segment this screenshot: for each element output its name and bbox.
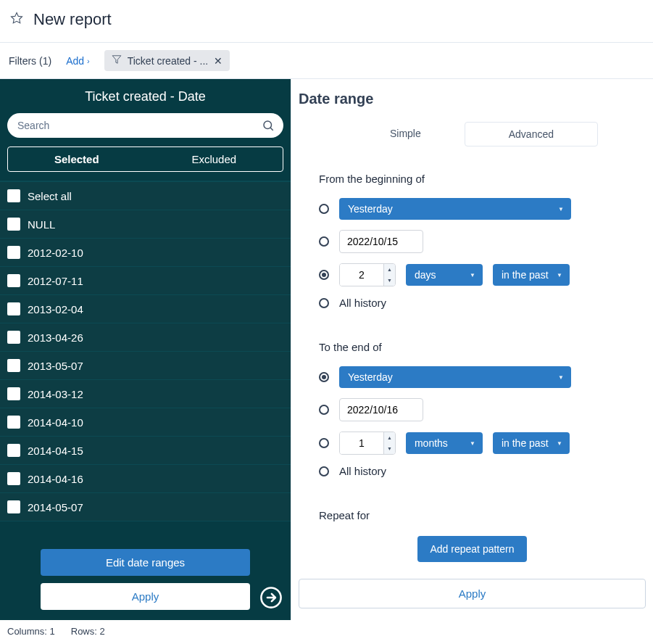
from-option-relative[interactable]: ▲ ▼ days ▼ in the past ▼: [299, 263, 646, 286]
add-filter-label: Add: [66, 55, 84, 67]
from-yesterday-select[interactable]: Yesterday ▼: [339, 198, 571, 220]
from-number-input[interactable]: [340, 264, 383, 286]
select-label: Yesterday: [348, 203, 393, 215]
filter-chip-ticket-created[interactable]: Ticket created - ... ✕: [104, 50, 230, 71]
list-item[interactable]: 2014-03-12: [0, 380, 291, 408]
list-item[interactable]: 2012-02-10: [0, 239, 291, 267]
tab-simple[interactable]: Simple: [346, 122, 465, 146]
to-option-date[interactable]: [299, 398, 646, 421]
svg-point-2: [264, 121, 272, 129]
radio[interactable]: [319, 466, 329, 476]
select-label: in the past: [502, 437, 549, 449]
to-option-relative[interactable]: ▲ ▼ months ▼ in the past ▼: [299, 432, 646, 455]
list-item[interactable]: 2014-04-16: [0, 465, 291, 493]
add-filter-link[interactable]: Add ›: [66, 55, 90, 67]
list-item-label: 2013-04-26: [28, 331, 83, 344]
list-item[interactable]: 2012-07-11: [0, 267, 291, 295]
list-item[interactable]: 2014-04-10: [0, 408, 291, 437]
radio[interactable]: [319, 438, 329, 448]
radio[interactable]: [319, 405, 329, 415]
to-yesterday-select[interactable]: Yesterday ▼: [339, 366, 571, 388]
to-number-stepper[interactable]: ▲ ▼: [339, 432, 396, 455]
stepper-up-icon[interactable]: ▲: [384, 432, 395, 443]
header: New report: [0, 0, 653, 42]
checkbox[interactable]: [7, 359, 20, 372]
list-item[interactable]: NULL: [0, 210, 291, 239]
checkbox[interactable]: [7, 302, 20, 315]
checkbox[interactable]: [7, 331, 20, 344]
checkbox[interactable]: [7, 218, 20, 231]
from-number-stepper[interactable]: ▲ ▼: [339, 263, 396, 286]
to-direction-select[interactable]: in the past ▼: [493, 432, 570, 454]
checkbox[interactable]: [7, 274, 20, 287]
date-range-panel: Date range Simple Advanced From the begi…: [291, 79, 653, 620]
edit-date-ranges-button[interactable]: Edit date ranges: [41, 549, 250, 576]
from-unit-select[interactable]: days ▼: [406, 264, 483, 286]
select-label: Yesterday: [348, 371, 393, 383]
main-apply-button[interactable]: Apply: [299, 579, 646, 608]
list-item-label: 2014-04-15: [28, 445, 83, 457]
to-label: To the end of: [299, 341, 646, 353]
from-option-all-history[interactable]: All history: [299, 297, 646, 309]
list-item[interactable]: 2014-04-15: [0, 437, 291, 465]
caret-down-icon: ▼: [557, 272, 562, 278]
list-item-label: NULL: [28, 218, 55, 231]
radio[interactable]: [319, 270, 329, 280]
from-date-input[interactable]: [339, 230, 423, 253]
tab-selected[interactable]: Selected: [8, 147, 146, 171]
status-bar: Columns: 1 Rows: 2: [0, 620, 653, 643]
radio[interactable]: [319, 204, 329, 214]
filters-label: Filters (1): [9, 55, 51, 67]
stepper-down-icon[interactable]: ▼: [384, 275, 395, 286]
list-item-label: 2012-07-11: [28, 275, 83, 287]
option-label: All history: [339, 465, 386, 477]
repeat-label: Repeat for: [299, 509, 646, 521]
to-option-yesterday[interactable]: Yesterday ▼: [299, 366, 646, 388]
radio[interactable]: [319, 298, 329, 308]
search-input[interactable]: [7, 113, 283, 138]
list-item[interactable]: 2013-02-04: [0, 295, 291, 323]
checkbox[interactable]: [7, 444, 20, 457]
to-number-input[interactable]: [340, 432, 383, 454]
arrow-right-circle-icon[interactable]: [259, 585, 283, 610]
list-item-label: 2014-04-10: [28, 416, 83, 429]
stepper-down-icon[interactable]: ▼: [384, 443, 395, 454]
close-icon[interactable]: ✕: [214, 55, 222, 67]
sidebar-tabs: Selected Excluded: [7, 146, 283, 172]
svg-marker-0: [12, 13, 22, 23]
to-option-all-history[interactable]: All history: [299, 465, 646, 477]
caret-down-icon: ▼: [470, 440, 475, 447]
list-item[interactable]: 2013-05-07: [0, 352, 291, 380]
checkbox[interactable]: [7, 387, 20, 400]
page-title: New report: [33, 10, 112, 29]
radio[interactable]: [319, 372, 329, 382]
radio[interactable]: [319, 236, 329, 247]
sidebar-apply-button[interactable]: Apply: [41, 583, 250, 610]
select-label: in the past: [502, 269, 549, 281]
list-item[interactable]: 2013-04-26: [0, 323, 291, 352]
checkbox[interactable]: [7, 500, 20, 513]
star-icon[interactable]: [10, 12, 23, 28]
tab-advanced[interactable]: Advanced: [465, 122, 598, 146]
from-direction-select[interactable]: in the past ▼: [493, 264, 570, 286]
filter-chip-label: Ticket created - ...: [128, 55, 209, 67]
select-label: months: [415, 437, 448, 449]
list-item[interactable]: 2014-05-07: [0, 493, 291, 521]
option-label: All history: [339, 297, 386, 309]
checkbox[interactable]: [7, 246, 20, 259]
panel-title: Date range: [299, 91, 646, 107]
tab-excluded[interactable]: Excluded: [146, 147, 283, 171]
add-repeat-pattern-button[interactable]: Add repeat pattern: [417, 536, 528, 562]
from-option-date[interactable]: [299, 230, 646, 253]
from-option-yesterday[interactable]: Yesterday ▼: [299, 198, 646, 220]
to-date-input[interactable]: [339, 398, 423, 421]
stepper-up-icon[interactable]: ▲: [384, 264, 395, 275]
checkbox[interactable]: [7, 189, 20, 202]
sidebar: Ticket created - Date Selected Excluded …: [0, 79, 291, 620]
list-item-label: 2013-05-07: [28, 360, 83, 372]
to-unit-select[interactable]: months ▼: [406, 432, 483, 454]
checkbox[interactable]: [7, 472, 20, 485]
sidebar-title: Ticket created - Date: [7, 89, 283, 104]
list-item-select-all[interactable]: Select all: [0, 181, 291, 210]
checkbox[interactable]: [7, 416, 20, 429]
